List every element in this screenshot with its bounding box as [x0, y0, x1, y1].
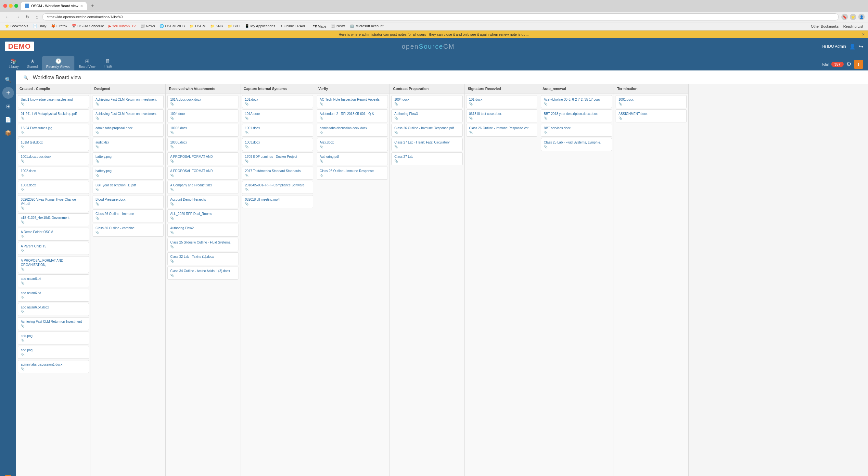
list-item[interactable]: 2017 TestAmerica Standard Standards📎: [242, 166, 313, 180]
list-item[interactable]: 101A.docx📎: [242, 109, 313, 122]
list-item[interactable]: A PROPOSAL FORMAT AND📎: [167, 166, 239, 180]
maximize-window-btn[interactable]: [14, 4, 18, 8]
list-item[interactable]: abc natan6.txt📎: [18, 289, 89, 302]
list-item[interactable]: admin tabs discussion1.docx📎: [18, 360, 89, 373]
list-item[interactable]: 16-04 Farts fumes.jpg📎: [18, 124, 89, 137]
bookmark-bookmarks[interactable]: ⭐ Bookmarks: [3, 23, 30, 29]
list-item[interactable]: Account Demo Hierarchy📎: [167, 195, 239, 208]
list-item[interactable]: Class 26 Outline - Immune Response.pdf📎: [392, 124, 463, 137]
back-btn[interactable]: ←: [3, 13, 11, 20]
list-item[interactable]: 10005.docx📎: [167, 124, 239, 137]
list-item[interactable]: 01-241 I-VI Metaphysical Backdrop.pdf📎: [18, 109, 89, 122]
reload-btn[interactable]: ↻: [24, 13, 31, 20]
bookmark-other[interactable]: Other Bookmarks: [809, 24, 840, 29]
bookmark-snr[interactable]: 📁 SNR: [209, 23, 225, 29]
address-bar[interactable]: https://ido.opensourceinc.com/#/actions/…: [42, 13, 839, 21]
bookmark-news2[interactable]: 📰 News: [330, 23, 347, 29]
list-item[interactable]: A PROPOSAL FORMAT AND ORGANIZATION,📎: [18, 256, 89, 273]
sidebar-box-btn[interactable]: 📦: [2, 127, 14, 139]
page-search-btn[interactable]: 🔍: [21, 73, 30, 82]
close-window-btn[interactable]: [3, 4, 7, 8]
list-item[interactable]: 1004.docx📎: [392, 95, 463, 108]
alert-icon[interactable]: !: [854, 60, 863, 69]
list-item[interactable]: 1001.docx📎: [616, 95, 687, 108]
list-item[interactable]: 101M test.docx📎: [18, 138, 89, 151]
tab-library[interactable]: 📚 Library: [5, 56, 23, 70]
list-item[interactable]: Achieving Fast CLM Return on Investment📎: [18, 317, 89, 330]
minimize-window-btn[interactable]: [9, 4, 13, 8]
notification-close-btn[interactable]: ✕: [862, 32, 865, 37]
list-item[interactable]: Class 26 Outline - Immune Response ver📎: [466, 124, 537, 137]
list-item[interactable]: 06262020-Vivas-Kumar-HyperChange-V4.pdf📎: [18, 195, 89, 212]
bookmark-my-apps[interactable]: 📱 My Applications: [243, 23, 277, 29]
list-item[interactable]: Alex.docx📎: [317, 138, 388, 151]
list-item[interactable]: Class 25 Slides w Outline - Fluid System…: [167, 238, 239, 251]
list-item[interactable]: admin tabs discussion.docx.docx📎: [317, 124, 388, 137]
browser-tab-active[interactable]: OSCM - Workflow Board view ✕: [21, 2, 87, 10]
list-item[interactable]: Authoring Flow3📎: [392, 109, 463, 122]
list-item[interactable]: Class 27 Lab -📎: [392, 152, 463, 165]
bookmark-reading-list[interactable]: Reading List: [842, 24, 865, 29]
extension-icon-3[interactable]: 👤: [858, 13, 865, 20]
list-item[interactable]: 082018 UI meeting.mp4📎: [242, 195, 313, 208]
list-item[interactable]: 2018-05-001- RFI - Compliance Software📎: [242, 181, 313, 194]
bookmark-bbt[interactable]: 📁 BBT: [226, 23, 242, 29]
list-item[interactable]: Class 26 Outline - Immune Response📎: [317, 166, 388, 180]
list-item[interactable]: 101.docx📎: [466, 95, 537, 108]
list-item[interactable]: 1003.docx📎: [242, 138, 313, 151]
home-btn[interactable]: ⌂: [34, 13, 40, 20]
list-item[interactable]: A PROPOSAL FORMAT AND📎: [167, 152, 239, 165]
tab-board-view[interactable]: ⊞ Board View: [75, 56, 99, 70]
bookmark-youtube[interactable]: ▶ YouTube>> TV: [107, 23, 137, 29]
header-logout-icon[interactable]: ↪: [859, 43, 863, 50]
list-item[interactable]: a18-41326_4ex10d1 Government📎: [18, 213, 89, 226]
bookmark-maps[interactable]: 🗺 Maps: [312, 24, 328, 29]
sidebar-add-btn[interactable]: +: [2, 87, 14, 99]
list-item[interactable]: Class 26 Outline - Immune📎: [93, 210, 164, 222]
list-item[interactable]: 10006.docx📎: [167, 138, 239, 151]
bookmark-oscm[interactable]: 📁 OSCM: [188, 23, 207, 29]
list-item[interactable]: ASSIGNMENT.docx📎: [616, 109, 687, 122]
tab-recently-viewed[interactable]: 🕐 Recently Viewed: [42, 56, 74, 70]
bookmark-oscm-web[interactable]: 🌐 OSCM WEB: [158, 23, 186, 29]
list-item[interactable]: BBT services.docx📎: [541, 124, 612, 137]
sidebar-doc-btn[interactable]: 📄: [2, 114, 14, 125]
bookmark-travel[interactable]: ✈ Online TRAVEL: [278, 23, 310, 29]
list-item[interactable]: 1003.docx📎: [18, 181, 89, 194]
list-item[interactable]: A Parent Child T5📎: [18, 242, 89, 255]
list-item[interactable]: add.png📎: [18, 346, 89, 359]
settings-icon[interactable]: ⚙: [846, 61, 851, 68]
list-item[interactable]: AC-Tech-Note-Inspection-Report-Appeals-📎: [317, 95, 388, 108]
bookmark-daily[interactable]: 📄 Daily: [31, 23, 48, 29]
list-item[interactable]: add.png📎: [18, 331, 89, 345]
app-logo[interactable]: DEMO: [5, 41, 34, 51]
bookmark-firefox[interactable]: 🦊 Firefox: [50, 23, 69, 29]
list-item[interactable]: Class 32 Lab - Texins (1).docx📎: [167, 252, 239, 265]
forward-btn[interactable]: →: [13, 13, 22, 20]
tab-trash[interactable]: 🗑 Trash: [100, 56, 116, 70]
list-item[interactable]: 1709-EDF Luminus - Docker Project📎: [242, 152, 313, 165]
list-item[interactable]: 1001.docx📎: [242, 124, 313, 137]
list-item[interactable]: Achieving Fast CLM Return on Investment📎: [93, 95, 164, 108]
list-item[interactable]: ALL_2020 RFP Deal_Rooms📎: [167, 210, 239, 222]
list-item[interactable]: Acetylcholine 30-6, 6-2-7-2, 35-17 copy📎: [541, 95, 612, 108]
tab-starred[interactable]: ★ Starred: [23, 56, 42, 70]
bookmark-oscm-schedule[interactable]: 📅 OSCM Schedule: [70, 23, 105, 29]
list-item[interactable]: Class 34 Outline - Amino Acids II (3).do…: [167, 266, 239, 280]
bookmark-news1[interactable]: 📰 News: [139, 23, 157, 29]
extension-icon-1[interactable]: 🔖: [841, 13, 848, 20]
sidebar-grid-btn[interactable]: ⊞: [2, 100, 14, 112]
list-item[interactable]: admin tabs proposal.docx📎: [93, 124, 164, 137]
tab-close-btn[interactable]: ✕: [80, 4, 83, 8]
list-item[interactable]: Class 25 Lab - Fluid Systems, Lymph &📎: [541, 138, 612, 151]
list-item[interactable]: 1004.docx📎: [167, 109, 239, 122]
list-item[interactable]: Unit 1 knowledge base muscles and📎: [18, 95, 89, 108]
list-item[interactable]: 1002.docx📎: [18, 166, 89, 180]
list-item[interactable]: Class 30 Outline - combine📎: [93, 224, 164, 237]
list-item[interactable]: audit.xlsx📎: [93, 138, 164, 151]
list-item[interactable]: abc natan6.txt.docx📎: [18, 303, 89, 316]
list-item[interactable]: 101.docx📎: [242, 95, 313, 108]
list-item[interactable]: 101A.docx.docx.docx📎: [167, 95, 239, 108]
list-item[interactable]: A Company and Product.xlsx📎: [167, 181, 239, 194]
list-item[interactable]: Achieving Fast CLM Return on Investment📎: [93, 109, 164, 122]
